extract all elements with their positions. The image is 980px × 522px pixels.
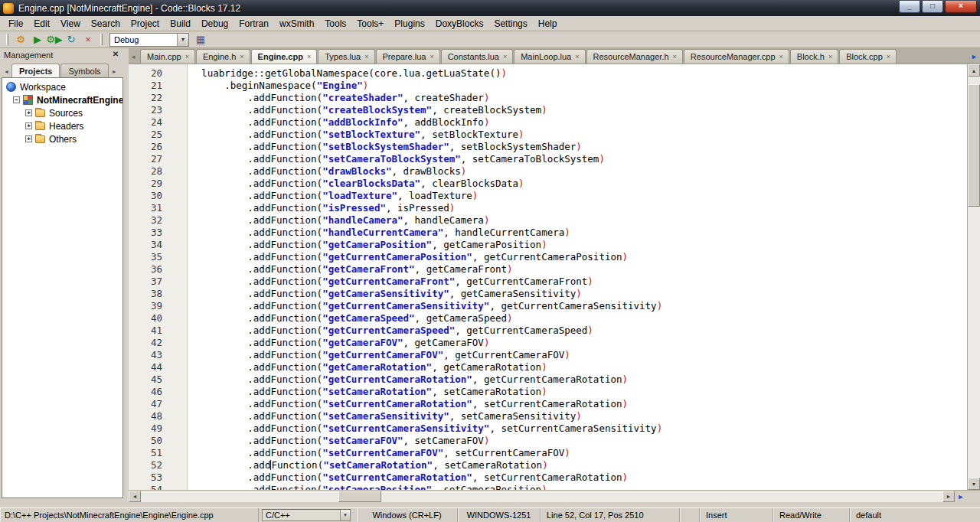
line-number[interactable]: 21 xyxy=(129,80,175,92)
menu-plugins[interactable]: Plugins xyxy=(389,17,430,31)
code-line[interactable]: 23 .addFunction("createBlockSystem", cre… xyxy=(129,104,967,116)
line-number[interactable]: 44 xyxy=(129,361,175,374)
editor-tab-resourcemanager-h[interactable]: ResourceManager.h× xyxy=(586,49,683,64)
line-number[interactable]: 32 xyxy=(129,214,175,227)
tab-close-icon[interactable]: × xyxy=(887,53,890,60)
menu-file[interactable]: File xyxy=(3,17,28,31)
maximize-button[interactable]: □ xyxy=(922,1,943,13)
run-icon[interactable]: ▶ xyxy=(30,33,45,47)
code-line[interactable]: 24 .addFunction("addBlockInfo", addBlock… xyxy=(129,116,967,129)
code-line[interactable]: 32 .addFunction("handleCamera", handleCa… xyxy=(129,214,967,227)
code-line[interactable]: 41 .addFunction("getCurrentCameraSpeed",… xyxy=(129,325,967,337)
debugger-window-icon[interactable]: ▦ xyxy=(193,33,208,47)
vertical-scrollbar[interactable]: ▲ ▼ xyxy=(967,64,980,490)
menu-wxsmith[interactable]: wxSmith xyxy=(274,17,319,31)
menu-fortran[interactable]: Fortran xyxy=(234,17,274,31)
editor-tab-mainloop-lua[interactable]: MainLoop.lua× xyxy=(514,49,585,64)
code-line[interactable]: 35 .addFunction("getCurrentCameraPositio… xyxy=(129,251,967,263)
editor-tab-types-lua[interactable]: Types.lua× xyxy=(318,49,374,64)
menu-project[interactable]: Project xyxy=(126,17,165,31)
horizontal-scrollbar[interactable]: ◄ ► xyxy=(129,490,955,502)
tab-close-icon[interactable]: × xyxy=(430,53,433,60)
code-line[interactable]: 51 .addFunction("setCurrentCameraFOV", s… xyxy=(129,447,967,459)
collapse-icon[interactable]: − xyxy=(13,96,20,103)
code-line[interactable]: 53 .addFunction("setCurrentCameraRotatio… xyxy=(129,471,967,484)
line-number[interactable]: 48 xyxy=(129,410,175,422)
close-button[interactable]: × xyxy=(945,1,977,13)
horizontal-scroll-track[interactable] xyxy=(141,491,942,502)
scroll-down-icon[interactable]: ▼ xyxy=(968,478,980,490)
code-line[interactable]: 42 .addFunction("getCameraFOV", getCamer… xyxy=(129,337,967,349)
tree-item-others[interactable]: +Others xyxy=(2,132,122,145)
line-number[interactable]: 41 xyxy=(129,325,175,337)
line-number[interactable]: 38 xyxy=(129,288,175,300)
menu-search[interactable]: Search xyxy=(86,17,126,31)
code-line[interactable]: 48 .addFunction("setCameraSensitivity", … xyxy=(129,410,967,422)
line-number[interactable]: 40 xyxy=(129,312,175,325)
tree-item-workspace[interactable]: Workspace xyxy=(2,80,122,93)
mgmt-tab-projects[interactable]: Projects xyxy=(11,64,60,77)
expand-icon[interactable]: + xyxy=(25,109,32,116)
code-line[interactable]: 25 .addFunction("setBlockTexture", setBl… xyxy=(129,129,967,141)
menu-help[interactable]: Help xyxy=(533,17,563,31)
menu-build[interactable]: Build xyxy=(165,17,196,31)
chevron-down-icon[interactable]: ▼ xyxy=(340,510,350,520)
code-line[interactable]: 39 .addFunction("getCurrentCameraSensiti… xyxy=(129,300,967,312)
tab-close-icon[interactable]: × xyxy=(503,53,507,60)
tab-scroll-left-icon[interactable]: ◄ xyxy=(2,66,11,77)
tree-item-sources[interactable]: +Sources xyxy=(2,106,122,119)
tab-close-icon[interactable]: × xyxy=(185,53,189,60)
scroll-left-icon[interactable]: ◄ xyxy=(129,491,141,502)
code-line[interactable]: 22 .addFunction("createShader", createSh… xyxy=(129,92,967,104)
editor-tab-main-cpp[interactable]: Main.cpp× xyxy=(140,49,195,64)
line-number[interactable]: 39 xyxy=(129,300,175,312)
line-number[interactable]: 53 xyxy=(129,471,175,484)
line-number[interactable]: 42 xyxy=(129,337,175,349)
expand-icon[interactable]: + xyxy=(25,122,32,129)
tab-close-icon[interactable]: × xyxy=(828,53,832,60)
code-line[interactable]: 37 .addFunction("getCurrentCameraFront",… xyxy=(129,276,967,288)
line-number[interactable]: 54 xyxy=(129,484,175,490)
code-line[interactable]: 33 .addFunction("handleCurrentCamera", h… xyxy=(129,227,967,239)
rebuild-icon[interactable]: ↻ xyxy=(64,33,79,47)
code-line[interactable]: 29 .addFunction("clearBlocksData", clear… xyxy=(129,178,967,190)
code-line[interactable]: 47 .addFunction("setCurrentCameraRotatio… xyxy=(129,398,967,410)
tab-scroll-left-icon[interactable]: ◄ xyxy=(130,54,136,60)
tab-close-icon[interactable]: × xyxy=(240,53,243,60)
chevron-down-icon[interactable]: ▼ xyxy=(177,34,188,46)
tab-close-icon[interactable]: × xyxy=(575,53,579,60)
scroll-right-icon[interactable]: ► xyxy=(942,491,955,502)
status-language-combo[interactable]: C/C++ ▼ xyxy=(262,509,351,521)
code-line[interactable]: 50 .addFunction("setCameraFOV", setCamer… xyxy=(129,435,967,447)
line-number[interactable]: 49 xyxy=(129,422,175,435)
line-number[interactable]: 47 xyxy=(129,398,175,410)
line-number[interactable]: 51 xyxy=(129,447,175,459)
abort-icon[interactable]: × xyxy=(80,33,96,47)
line-number[interactable]: 37 xyxy=(129,276,175,288)
line-number[interactable]: 31 xyxy=(129,202,175,214)
code-line[interactable]: 54 .addFunction("setCameraPosition", set… xyxy=(129,484,967,490)
editor-tab-block-cpp[interactable]: Block.cpp× xyxy=(839,49,897,64)
line-number[interactable]: 29 xyxy=(129,178,175,190)
code-line[interactable]: 46 .addFunction("setCameraRotation", set… xyxy=(129,386,967,398)
line-number[interactable]: 24 xyxy=(129,116,175,129)
line-number[interactable]: 23 xyxy=(129,104,175,116)
minimize-button[interactable]: _ xyxy=(899,1,920,13)
code-line[interactable]: 38 .addFunction("getCameraSensitivity", … xyxy=(129,288,967,300)
line-number[interactable]: 43 xyxy=(129,349,175,361)
code-line[interactable]: 44 .addFunction("getCameraRotation", get… xyxy=(129,361,967,374)
line-number[interactable]: 20 xyxy=(129,67,175,80)
code-line[interactable]: 43 .addFunction("getCurrentCameraFOV", g… xyxy=(129,349,967,361)
menu-debug[interactable]: Debug xyxy=(196,17,234,31)
tab-close-icon[interactable]: × xyxy=(307,53,311,60)
toolbar-grip[interactable] xyxy=(100,34,103,45)
tab-close-icon[interactable]: × xyxy=(364,53,368,60)
line-number[interactable]: 27 xyxy=(129,153,175,165)
code-line[interactable]: 26 .addFunction("setBlockSystemShader", … xyxy=(129,141,967,153)
code-line[interactable]: 27 .addFunction("setCameraToBlockSystem"… xyxy=(129,153,967,165)
line-number[interactable]: 46 xyxy=(129,386,175,398)
line-number[interactable]: 33 xyxy=(129,227,175,239)
scroll-up-icon[interactable]: ▲ xyxy=(968,64,980,77)
tree-item-project[interactable]: − NotMinecraftEngine xyxy=(2,93,122,106)
build-target-combo[interactable]: Debug ▼ xyxy=(109,33,189,47)
